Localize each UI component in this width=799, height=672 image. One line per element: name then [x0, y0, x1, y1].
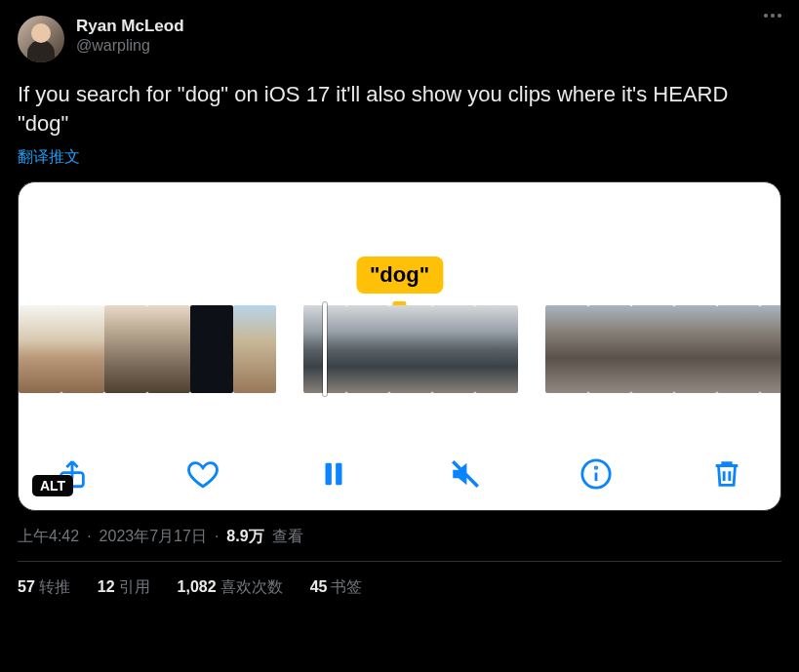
quotes-stat[interactable]: 12引用 — [98, 577, 150, 598]
bookmarks-label: 书签 — [331, 578, 362, 595]
likes-label: 喜欢次数 — [220, 578, 283, 595]
tweet-text: If you search for "dog" on iOS 17 it'll … — [18, 80, 781, 138]
meta-line: 上午4:42 2023年7月17日 8.9万 查看 — [18, 527, 781, 547]
tweet-time[interactable]: 上午4:42 — [18, 527, 79, 547]
clip-thumb[interactable] — [545, 305, 588, 393]
clips-timeline[interactable] — [19, 305, 780, 393]
clip-thumb[interactable] — [760, 305, 781, 393]
display-name: Ryan McLeod — [76, 16, 184, 36]
bookmarks-stat[interactable]: 45书签 — [310, 577, 363, 598]
clip-thumb[interactable] — [19, 305, 61, 393]
alt-badge[interactable]: ALT — [32, 475, 73, 496]
media-controls — [19, 455, 780, 493]
clip-thumb[interactable] — [717, 305, 760, 393]
stats-row: 57转推 12引用 1,082喜欢次数 45书签 — [18, 562, 781, 613]
clip-thumb[interactable] — [588, 305, 631, 393]
heart-icon[interactable] — [184, 455, 221, 493]
caption-tooltip-text: "dog" — [356, 257, 443, 294]
clip-group-3[interactable] — [545, 305, 781, 393]
retweets-count: 57 — [18, 578, 35, 595]
clip-thumb[interactable] — [104, 305, 147, 393]
clip-group-2[interactable] — [303, 305, 518, 393]
views-label: 查看 — [272, 527, 303, 547]
more-icon[interactable] — [764, 14, 781, 18]
retweets-stat[interactable]: 57转推 — [18, 577, 70, 598]
clip-thumb[interactable] — [389, 305, 432, 393]
tweet-header: Ryan McLeod @warpling — [18, 16, 781, 62]
pause-icon[interactable] — [315, 455, 352, 493]
clip-thumb[interactable] — [190, 305, 233, 393]
translate-link[interactable]: 翻译推文 — [18, 147, 80, 168]
clip-thumb[interactable] — [346, 305, 389, 393]
svg-point-6 — [595, 467, 596, 468]
clip-thumb[interactable] — [631, 305, 674, 393]
tweet-date[interactable]: 2023年7月17日 — [100, 527, 207, 547]
clip-thumb[interactable] — [674, 305, 717, 393]
views-count[interactable]: 8.9万 — [226, 527, 263, 547]
playhead[interactable] — [323, 302, 327, 396]
clip-thumb[interactable] — [432, 305, 475, 393]
clip-thumb[interactable] — [61, 305, 104, 393]
separator — [83, 528, 95, 545]
clip-thumb[interactable] — [475, 305, 518, 393]
likes-count: 1,082 — [178, 578, 217, 595]
quotes-label: 引用 — [119, 578, 150, 595]
clip-thumb[interactable] — [147, 305, 190, 393]
mute-icon[interactable] — [447, 455, 484, 493]
retweets-label: 转推 — [39, 578, 70, 595]
svg-rect-1 — [326, 463, 332, 486]
separator — [211, 528, 222, 545]
clip-thumb[interactable] — [233, 305, 276, 393]
caption-tooltip: "dog" — [356, 257, 443, 307]
bookmarks-count: 45 — [310, 578, 328, 595]
trash-icon[interactable] — [708, 455, 745, 493]
username: @warpling — [76, 36, 184, 56]
clip-group-1[interactable] — [19, 305, 276, 393]
avatar[interactable] — [18, 16, 64, 62]
svg-rect-2 — [337, 463, 342, 486]
likes-stat[interactable]: 1,082喜欢次数 — [178, 577, 283, 598]
tweet-container: Ryan McLeod @warpling If you search for … — [0, 0, 799, 613]
media-card[interactable]: "dog" — [18, 181, 781, 511]
quotes-count: 12 — [98, 578, 115, 595]
info-icon[interactable] — [578, 455, 615, 493]
author-block[interactable]: Ryan McLeod @warpling — [76, 16, 184, 56]
